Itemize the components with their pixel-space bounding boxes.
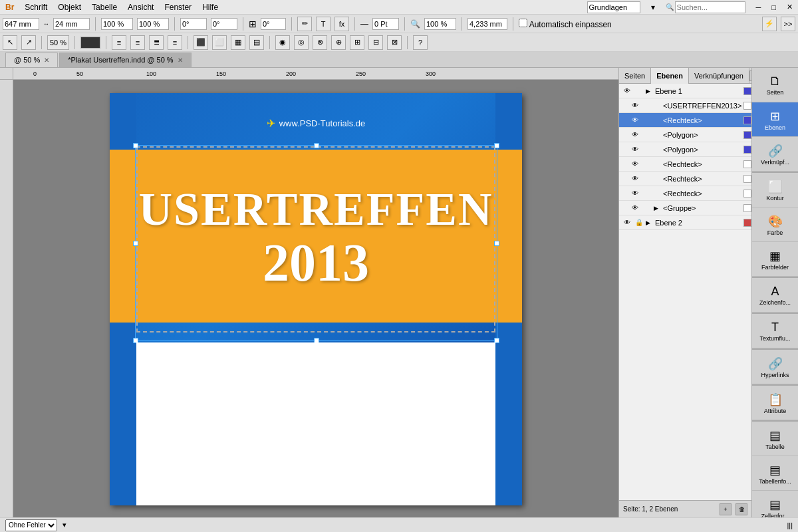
menu-tabelle[interactable]: Tabelle (92, 3, 117, 12)
stroke-color[interactable] (80, 37, 100, 49)
panel-tab-ebenen[interactable]: Ebenen (651, 68, 689, 84)
panel-icon-tabellenfo[interactable]: ▤Tabellenfo... (752, 456, 798, 491)
layer-lock-rechteck2[interactable] (642, 159, 652, 170)
panel-icon-farbe[interactable]: 🎨Farbe (752, 207, 798, 242)
zoom-percent[interactable]: 50 % (47, 35, 69, 50)
layer-lock-rechteck4[interactable] (642, 188, 652, 199)
panel-icon-seiten[interactable]: 🗋Seiten (752, 68, 798, 102)
select-tool[interactable]: ↖ (3, 35, 17, 50)
scale-y[interactable] (137, 18, 169, 30)
layer-eye-rechteck4[interactable]: 👁 (630, 188, 640, 199)
new-layer-btn[interactable]: + (720, 503, 732, 515)
panel-icon-verknupf[interactable]: 🔗Verknüpf... (752, 137, 798, 172)
layer-lock-rechteck1[interactable] (642, 115, 652, 126)
rot-field[interactable] (180, 18, 207, 30)
layer-lock-polygon2[interactable] (642, 144, 652, 155)
style4[interactable]: ≡ (168, 35, 182, 50)
layer-eye-polygon1[interactable]: 👁 (630, 130, 640, 140)
layer-item-gruppe1[interactable]: 👁▶<Gruppe> (619, 201, 751, 215)
tab-2[interactable]: *Plakat Usertreffen.indd @ 50 % ✕ (59, 53, 191, 67)
lightning-btn[interactable]: ⚡ (762, 17, 777, 31)
stroke-field[interactable] (372, 18, 399, 30)
style2[interactable]: ≡ (130, 35, 145, 50)
help-btn[interactable]: ? (413, 35, 428, 50)
tool7[interactable]: ⊗ (313, 35, 327, 50)
menu-fenster[interactable]: Fenster (164, 3, 192, 12)
panel-icon-ebenen[interactable]: ⊞Ebenen (752, 102, 798, 137)
panel-icon-tabelle[interactable]: ▤Tabelle (752, 422, 798, 456)
menu-schrift[interactable]: Schrift (25, 3, 47, 12)
measure-field[interactable] (467, 18, 507, 30)
zoom-field[interactable] (424, 18, 456, 30)
panel-tab-verknupf[interactable]: Verknüpfungen (689, 68, 749, 84)
panel-icon-kontur[interactable]: ⬜Kontur (752, 173, 798, 207)
panel-icon-zellenfor[interactable]: ▤Zellenfor... (752, 491, 798, 517)
layer-lock-ebene2[interactable]: 🔒 (634, 217, 644, 228)
layer-item-ebene1[interactable]: 👁▶Ebene 1 (619, 84, 751, 98)
menu-ansicht[interactable]: Ansicht (128, 3, 154, 12)
panel-icon-zeichenfo[interactable]: AZeichenfo... (752, 278, 798, 313)
align2[interactable]: ⬜ (212, 35, 227, 50)
layer-eye-ebene1[interactable]: 👁 (622, 86, 632, 96)
panel-icon-farbfelder[interactable]: ▦Farbfelder (752, 242, 798, 277)
layer-item-rechteck3[interactable]: 👁<Rechteck> (619, 172, 751, 186)
align1[interactable]: ⬛ (194, 35, 208, 50)
layer-eye-usertreffen[interactable]: 👁 (630, 100, 640, 111)
search-input[interactable] (675, 1, 745, 13)
panel-icon-attribute[interactable]: 📋Attribute (752, 386, 798, 420)
layer-item-polygon1[interactable]: 👁<Polygon> (619, 128, 751, 142)
layer-item-usertreffen[interactable]: 👁<USERTREFFEN2013> (619, 98, 751, 113)
layer-eye-ebene2[interactable]: 👁 (622, 217, 632, 228)
grundlagen-input[interactable] (587, 1, 640, 13)
tool8[interactable]: ⊕ (331, 35, 346, 50)
layer-item-rechteck2[interactable]: 👁<Rechteck> (619, 157, 751, 172)
tool10[interactable]: ⊟ (368, 35, 383, 50)
panel-tab-seiten[interactable]: Seiten (619, 68, 651, 84)
direct-select[interactable]: ↗ (21, 35, 36, 50)
tool9[interactable]: ⊞ (350, 35, 364, 50)
status-arrow[interactable]: ▾ (63, 521, 66, 529)
y-field[interactable] (53, 18, 90, 30)
layer-lock-gruppe1[interactable] (642, 203, 652, 213)
menu-objekt[interactable]: Objekt (58, 3, 81, 12)
deg3-field[interactable] (261, 18, 286, 30)
window-close[interactable]: ✕ (787, 3, 793, 11)
layer-eye-rechteck3[interactable]: 👁 (630, 174, 640, 184)
align4[interactable]: ▤ (249, 35, 264, 50)
tool5[interactable]: ◉ (275, 35, 290, 50)
layer-lock-polygon1[interactable] (642, 130, 652, 140)
layer-eye-rechteck1[interactable]: 👁 (630, 115, 640, 126)
align3[interactable]: ▦ (231, 35, 245, 50)
tab2-close[interactable]: ✕ (178, 57, 183, 64)
grundlagen-arrow[interactable]: ▾ (651, 3, 655, 12)
panel-icon-textumflu[interactable]: TTextumflu... (752, 314, 798, 348)
menu-hilfe[interactable]: Hilfe (202, 3, 218, 12)
style3[interactable]: ≣ (149, 35, 164, 50)
scale-x[interactable] (101, 18, 133, 30)
layer-eye-rechteck2[interactable]: 👁 (630, 159, 640, 170)
window-minimize[interactable]: ─ (756, 3, 761, 11)
layer-item-rechteck4[interactable]: 👁<Rechteck> (619, 186, 751, 201)
tool6[interactable]: ◎ (294, 35, 309, 50)
layer-eye-gruppe1[interactable]: 👁 (630, 203, 640, 213)
layer-arrow-ebene1[interactable]: ▶ (646, 88, 654, 94)
layer-item-rechteck1[interactable]: 👁<Rechteck> (619, 113, 751, 128)
layer-arrow-ebene2[interactable]: ▶ (646, 219, 654, 226)
panel-icon-hyperlinks[interactable]: 🔗Hyperlinks (752, 350, 798, 384)
type-btn[interactable]: T (316, 17, 331, 31)
autofit-checkbox[interactable] (519, 19, 527, 27)
layer-lock-ebene1[interactable] (634, 86, 644, 96)
tool11[interactable]: ⊠ (387, 35, 402, 50)
delete-layer-btn[interactable]: 🗑 (735, 503, 747, 515)
more-btn[interactable]: >> (781, 17, 795, 31)
tab-1[interactable]: @ 50 % ✕ (5, 53, 58, 67)
canvas-area[interactable]: 0 50 100 150 200 250 300 ✈ www.PSD-Tu (0, 68, 618, 517)
layer-lock-rechteck3[interactable] (642, 174, 652, 184)
window-maximize[interactable]: □ (771, 3, 776, 11)
error-select[interactable]: Ohne Fehler (5, 519, 57, 531)
pen-tool-btn[interactable]: ✏ (297, 17, 312, 31)
tab1-close[interactable]: ✕ (44, 57, 49, 64)
fx-btn[interactable]: fx (334, 17, 349, 31)
style1[interactable]: ≡ (112, 35, 126, 50)
layer-item-ebene2[interactable]: 👁🔒▶Ebene 2 (619, 215, 751, 230)
